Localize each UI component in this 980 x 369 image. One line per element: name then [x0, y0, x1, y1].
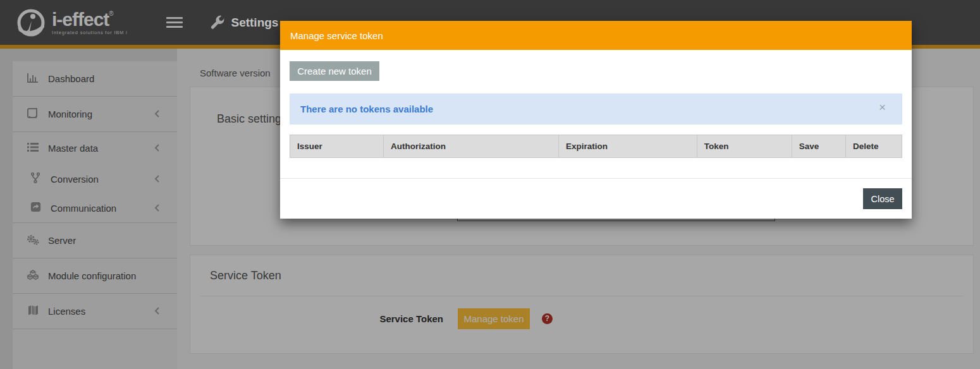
no-tokens-alert: There are no tokens available ×	[290, 94, 902, 124]
column-header-expiration: Expiration	[558, 135, 697, 158]
nav-settings-item[interactable]: Settings	[209, 15, 278, 30]
modal-body: Create new token There are no tokens ava…	[280, 50, 912, 178]
logo-tagline: Integrated solutions for IBM i	[52, 30, 127, 35]
alert-close-icon[interactable]: ×	[879, 101, 886, 113]
modal-footer: Close	[280, 178, 912, 219]
i-effect-logo-icon	[16, 8, 46, 37]
modal-spacer	[290, 158, 902, 178]
column-header-issuer: Issuer	[290, 135, 384, 158]
column-header-delete: Delete	[845, 135, 902, 158]
token-table: Issuer Authorization Expiration Token Sa…	[290, 135, 902, 158]
column-header-authorization: Authorization	[384, 135, 559, 158]
registered-mark: ®	[109, 10, 113, 17]
alert-message: There are no tokens available	[300, 104, 433, 114]
column-header-token: Token	[697, 135, 792, 158]
modal-header: Manage service token	[280, 21, 912, 50]
modal-title: Manage service token	[290, 30, 383, 41]
hamburger-menu-icon[interactable]	[166, 15, 183, 30]
close-button[interactable]: Close	[863, 188, 902, 209]
app-logo[interactable]: i-effect® Integrated solutions for IBM i	[16, 8, 127, 37]
manage-service-token-modal: Manage service token Create new token Th…	[280, 21, 912, 219]
nav-settings-label: Settings	[231, 16, 278, 30]
create-new-token-button[interactable]: Create new token	[290, 61, 379, 81]
logo-wordmark: i-effect	[52, 9, 109, 30]
column-header-save: Save	[792, 135, 845, 158]
token-table-header-row: Issuer Authorization Expiration Token Sa…	[290, 135, 902, 158]
wrench-icon	[209, 15, 224, 30]
